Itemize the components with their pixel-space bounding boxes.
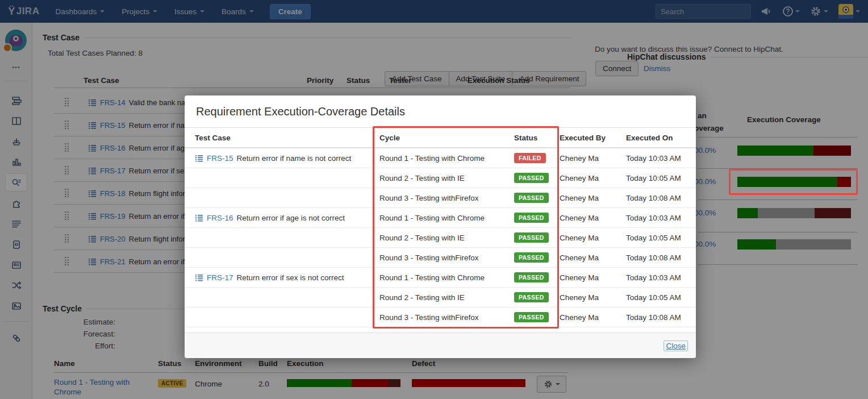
- modal-header: Requirement Execution-Coverage Details: [185, 95, 696, 128]
- test-case-icon: [195, 273, 203, 282]
- coverage-details-modal: Requirement Execution-Coverage Details T…: [185, 95, 696, 358]
- test-case-link[interactable]: FRS-17: [207, 273, 233, 282]
- modal-table-row: FRS-17Return error if sex is not correct…: [185, 268, 696, 288]
- executed-on-cell: Today 10:05 AM: [626, 168, 693, 188]
- modal-table-row: FRS-15Return error if name is not correc…: [185, 148, 696, 168]
- modal-footer: Close: [185, 332, 696, 358]
- status-badge: PASSED: [514, 213, 549, 223]
- close-button[interactable]: Close: [666, 342, 686, 350]
- cycle-cell: Round 2 - Testing with IE: [379, 168, 510, 188]
- executed-on-cell: Today 10:08 AM: [626, 188, 693, 207]
- status-badge: PASSED: [514, 232, 549, 243]
- modal-table-row: FRS-16Return error if age is not correct…: [185, 208, 696, 228]
- executed-on-cell: Today 10:05 AM: [626, 288, 693, 307]
- executed-on-cell: Today 10:03 AM: [626, 148, 693, 168]
- executed-by-cell: Cheney Ma: [560, 228, 623, 247]
- executed-by-cell: Cheney Ma: [560, 148, 623, 168]
- cycle-cell: Round 3 - Testing withFirefox: [379, 188, 510, 207]
- modal-table-header: Test Case Cycle Status Executed By Execu…: [185, 128, 696, 148]
- executed-by-cell: Cheney Ma: [560, 268, 623, 287]
- modal-title: Requirement Execution-Coverage Details: [196, 105, 405, 118]
- col-header-cycle: Cycle: [379, 128, 510, 147]
- status-badge: PASSED: [514, 312, 549, 322]
- col-header-status: Status: [514, 128, 558, 147]
- test-case-icon: [195, 214, 203, 222]
- executed-by-cell: Cheney Ma: [560, 307, 623, 327]
- status-badge: PASSED: [514, 173, 549, 183]
- status-badge: PASSED: [514, 292, 549, 302]
- executed-on-cell: Today 10:08 AM: [626, 248, 693, 267]
- cycle-cell: Round 1 - Testing with Chrome: [379, 268, 510, 287]
- cycle-cell: Round 2 - Testing with IE: [379, 228, 510, 247]
- status-badge: PASSED: [514, 272, 549, 282]
- cycle-cell: Round 1 - Testing with Chrome: [379, 148, 510, 168]
- status-badge: PASSED: [514, 193, 549, 203]
- executed-by-cell: Cheney Ma: [560, 168, 623, 188]
- test-case-link[interactable]: FRS-16: [207, 214, 233, 222]
- modal-table-row: Round 2 - Testing with IE PASSED Cheney …: [185, 288, 696, 307]
- executed-on-cell: Today 10:03 AM: [626, 208, 693, 227]
- executed-on-cell: Today 10:03 AM: [626, 268, 693, 287]
- col-header-executed-on: Executed On: [626, 128, 693, 147]
- modal-table-row: Round 3 - Testing withFirefox PASSED Che…: [185, 248, 696, 268]
- cycle-cell: Round 3 - Testing withFirefox: [379, 248, 510, 267]
- cycle-cell: Round 3 - Testing withFirefox: [379, 307, 510, 327]
- modal-table-row: Round 2 - Testing with IE PASSED Cheney …: [185, 228, 696, 248]
- jira-app: Ÿ JIRA Dashboards Projects Issues Boards…: [0, 0, 868, 399]
- cycle-cell: Round 2 - Testing with IE: [379, 288, 510, 307]
- status-badge: FAILED: [514, 153, 546, 163]
- cycle-cell: Round 1 - Testing with Chrome: [379, 208, 510, 227]
- modal-table-row: Round 3 - Testing withFirefox PASSED Che…: [185, 307, 696, 327]
- test-case-link[interactable]: FRS-15: [207, 154, 233, 163]
- col-header-executed-by: Executed By: [560, 128, 623, 147]
- col-header-test-case: Test Case: [195, 128, 375, 147]
- executed-by-cell: Cheney Ma: [560, 188, 623, 207]
- modal-table-row: Round 2 - Testing with IE PASSED Cheney …: [185, 168, 696, 188]
- executed-by-cell: Cheney Ma: [560, 288, 623, 307]
- executed-by-cell: Cheney Ma: [560, 248, 623, 267]
- modal-table-row: Round 3 - Testing withFirefox PASSED Che…: [185, 188, 696, 208]
- executed-by-cell: Cheney Ma: [560, 208, 623, 227]
- executed-on-cell: Today 10:05 AM: [626, 228, 693, 247]
- test-case-icon: [195, 154, 203, 163]
- status-badge: PASSED: [514, 252, 549, 263]
- executed-on-cell: Today 10:08 AM: [626, 307, 693, 327]
